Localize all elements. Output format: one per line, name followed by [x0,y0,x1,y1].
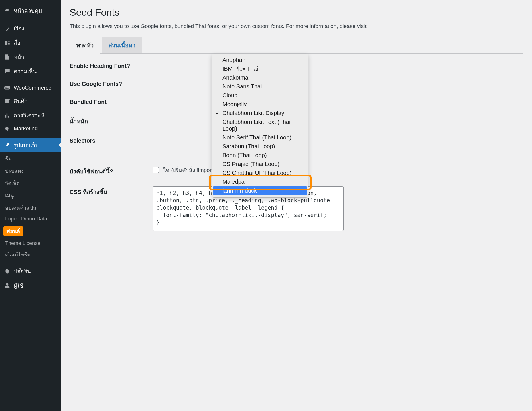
bundled-font-dropdown[interactable]: AnuphanIBM Plex ThaiAnakotmaiNoto Sans T… [212,54,308,198]
intro-text: This plugin allows you to use Google fon… [70,23,523,29]
sidebar-item-appearance[interactable]: รูปแบบเว็บ [0,138,61,152]
brush-icon [4,142,10,148]
bundled-font-label: Bundled Font [70,98,153,105]
archive-icon [4,98,10,104]
main-content: Seed Fonts This plugin allows you to use… [61,0,532,411]
submenu-theme-editor[interactable]: ตัวแก้ไขธีม [0,248,61,261]
font-option[interactable]: Maledpan [213,177,307,186]
sidebar-item-dashboard[interactable]: หน้าควบคุม [0,3,61,18]
sidebar-label: หน้าควบคุม [14,6,42,15]
appearance-submenu: ธีม ปรับแต่ง วิดเจ็ต เมนู อัปเดตคำแปล Im… [0,152,61,261]
sidebar-item-posts[interactable]: เรื่อง [0,21,61,35]
submenu-customize[interactable]: ปรับแต่ง [0,165,61,177]
user-icon [4,282,10,289]
enable-heading-label: Enable Heading Font? [70,62,153,69]
submenu-theme-license[interactable]: Theme License [0,238,61,248]
dashboard-icon [4,7,10,14]
megaphone-icon [4,125,10,132]
font-option[interactable]: Noto Sans Thai [213,82,307,91]
tab-body[interactable]: ส่วนเนื้อหา [102,37,142,53]
font-option[interactable]: Chulabhorn Likit Text (Thai Loop) [213,118,307,133]
woo-icon: Woo [4,85,10,91]
page-icon [4,54,10,60]
weight-label: น้ำหนัก [70,116,153,126]
sidebar-item-comments[interactable]: ความเห็น [0,64,61,78]
sidebar-label: Marketing [14,125,38,132]
submenu-fonts-highlight: ฟอนต์ [3,226,23,236]
font-option[interactable]: Moonjelly [213,100,307,109]
font-option[interactable]: Chulabhorn Likit Display [213,109,307,118]
font-option[interactable]: Noto Serif Thai (Thai Loop) [213,133,307,142]
use-google-label: Use Google Fonts? [70,80,153,87]
submenu-update-translations[interactable]: อัปเดตคำแปล [0,201,61,214]
submenu-fonts[interactable]: ฟอนต์ [0,224,61,238]
plugin-icon [4,268,10,274]
pin-icon [4,25,10,31]
font-option[interactable]: Cloud [213,91,307,100]
tab-heading[interactable]: พาดหัว [70,37,100,54]
sidebar-item-marketing[interactable]: Marketing [0,122,61,135]
sidebar-label: WooCommerce [14,85,52,91]
sidebar-item-users[interactable]: ผู้ใช้ [0,278,61,293]
font-option[interactable]: IBM Plex Thai [213,64,307,73]
force-font-checkbox[interactable] [153,167,159,173]
font-option[interactable]: Sarabun (Thai Loop) [213,142,307,151]
page-title: Seed Fonts [70,7,523,18]
tabs: พาดหัว ส่วนเนื้อหา [70,37,523,54]
submenu-themes[interactable]: ธีม [0,152,61,165]
sidebar-item-analytics[interactable]: การวิเคราะห์ [0,108,61,122]
comment-icon [4,68,10,74]
submenu-menus[interactable]: เมนู [0,189,61,201]
selectors-label: Selectors [70,136,153,144]
sidebar-label: ผู้ใช้ [14,281,23,290]
sidebar-label: สื่อ [14,38,20,47]
font-option[interactable]: CS Prajad (Thai Loop) [213,160,307,169]
admin-sidebar: หน้าควบคุม เรื่อง สื่อ หน้า ความเห็น Woo… [0,0,61,411]
sidebar-label: ปลั๊กอิน [14,267,31,276]
sidebar-label: สินค้า [14,97,28,105]
font-option[interactable]: Anuphan [213,56,307,64]
sidebar-label: ความเห็น [14,67,37,76]
sidebar-item-products[interactable]: สินค้า [0,94,61,108]
font-option[interactable]: CS Chatthai UI (Thai Loop) [213,169,307,177]
sidebar-label: เรื่อง [14,24,24,33]
sidebar-item-pages[interactable]: หน้า [0,50,61,64]
sidebar-item-media[interactable]: สื่อ [0,35,61,50]
font-option[interactable]: Boon (Thai Loop) [213,151,307,160]
force-font-label: บังคับใช้ฟอนต์นี้? [70,166,153,176]
svg-text:Woo: Woo [5,87,10,89]
submenu-widgets[interactable]: วิดเจ็ต [0,177,61,189]
sidebar-label: การวิเคราะห์ [14,111,44,120]
sidebar-item-plugins[interactable]: ปลั๊กอิน [0,264,61,278]
sidebar-item-woocommerce[interactable]: Woo WooCommerce [0,82,61,94]
chart-icon [4,112,10,118]
sidebar-label: หน้า [14,53,24,61]
font-option[interactable]: Anakotmai [213,73,307,82]
font-option[interactable]: iannnnn-duck [213,186,307,195]
sidebar-label: รูปแบบเว็บ [14,141,39,149]
generated-css-label: CSS ที่สร้างขึ้น [70,186,153,197]
submenu-import-demo[interactable]: Import Demo Data [0,214,61,224]
svg-point-2 [6,283,9,286]
media-icon [4,39,10,46]
